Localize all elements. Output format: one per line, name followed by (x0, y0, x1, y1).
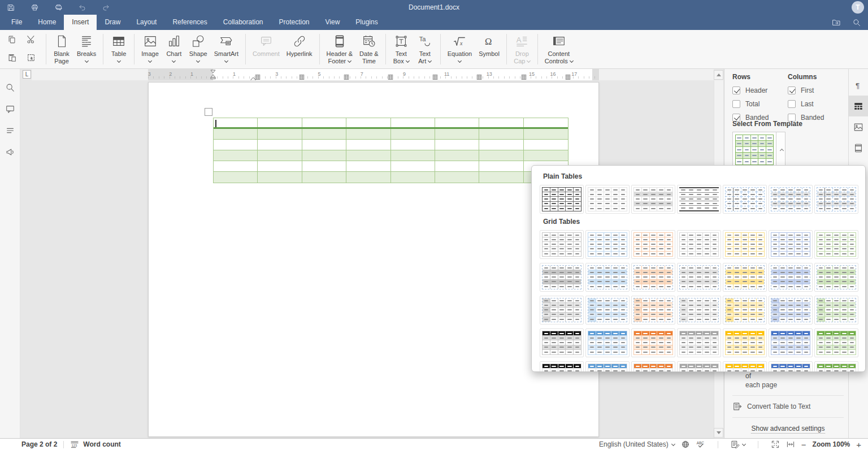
grid-1-gray[interactable] (677, 230, 721, 259)
plain-table-2[interactable] (585, 185, 630, 214)
document-language-button[interactable] (681, 440, 690, 449)
copy-button[interactable] (7, 34, 17, 45)
quick-print-button[interactable] (54, 3, 63, 12)
grid-5-green[interactable] (814, 361, 858, 372)
grid-2-yellow[interactable] (723, 263, 767, 292)
grid-5-dark[interactable] (540, 361, 584, 372)
columns-first[interactable]: First (788, 86, 824, 94)
tab-layout[interactable]: Layout (128, 15, 164, 30)
table-cell[interactable] (302, 172, 346, 183)
grid-1-blue[interactable] (585, 230, 630, 259)
table-cell[interactable] (479, 150, 523, 161)
breaks-button[interactable]: Breaks (73, 32, 99, 65)
table-column-marker[interactable] (388, 72, 393, 77)
fit-to-page-button[interactable] (771, 440, 780, 449)
template-gallery-toggle[interactable] (776, 132, 785, 168)
table-cell[interactable] (258, 140, 302, 150)
table-column-marker[interactable] (344, 72, 349, 77)
grid-3-dark[interactable] (540, 296, 584, 324)
table-cell[interactable] (214, 118, 258, 127)
table-cell[interactable] (214, 172, 258, 183)
undo-button[interactable] (78, 3, 86, 12)
table-move-handle[interactable] (205, 108, 212, 116)
table-cell[interactable] (391, 150, 435, 161)
table-cell[interactable] (524, 140, 568, 150)
tab-file[interactable]: File (3, 15, 30, 30)
table-cell[interactable] (435, 172, 479, 183)
indent-markers[interactable] (210, 70, 216, 80)
grid-3-blue[interactable] (585, 296, 630, 324)
table-column-marker[interactable] (300, 72, 305, 77)
grid-5-gray[interactable] (677, 361, 721, 372)
paste-button[interactable] (7, 53, 17, 63)
table-cell[interactable] (479, 161, 523, 172)
grid-4-yellow[interactable] (723, 328, 767, 357)
table-button[interactable]: Table (107, 32, 131, 65)
equation-button[interactable]: xEquation (444, 32, 475, 65)
table-cell[interactable] (302, 161, 346, 172)
redo-button[interactable] (102, 3, 110, 12)
user-avatar[interactable]: T (852, 1, 864, 14)
tab-protection[interactable]: Protection (271, 15, 318, 30)
table-cell[interactable] (435, 140, 479, 150)
table-cell[interactable] (214, 140, 258, 150)
grid-1-green[interactable] (814, 230, 858, 259)
save-button[interactable] (7, 3, 15, 12)
tab-draw[interactable]: Draw (97, 15, 128, 30)
table-cell[interactable] (258, 118, 302, 127)
table-cell[interactable] (302, 118, 346, 127)
sidebar-search-button[interactable] (0, 77, 20, 98)
table-cell[interactable] (435, 118, 479, 127)
headerfooter-settings-button[interactable] (849, 137, 868, 158)
table-column-marker[interactable] (477, 72, 482, 77)
text-art-button[interactable]: TaTextArt (413, 32, 437, 65)
tab-insert[interactable]: Insert (64, 15, 97, 30)
table-cell[interactable] (258, 161, 302, 172)
table-cell[interactable] (524, 129, 568, 140)
tab-home[interactable]: Home (30, 15, 64, 30)
plain-table-1[interactable] (540, 185, 584, 214)
columns-last-checkbox[interactable] (788, 100, 796, 108)
image-button[interactable]: Image (138, 32, 162, 65)
table-cell[interactable] (435, 161, 479, 172)
table-cell[interactable] (346, 161, 390, 172)
tab-references[interactable]: References (164, 15, 215, 30)
grid-2-green[interactable] (814, 263, 858, 292)
table-cell[interactable] (302, 129, 346, 140)
table-cell[interactable] (346, 150, 390, 161)
cell-indent-marker[interactable] (250, 74, 256, 80)
scroll-up-button[interactable] (714, 70, 723, 80)
convert-table-to-text-button[interactable]: Convert Table to Text (732, 401, 844, 412)
columns-first-checkbox[interactable] (788, 86, 796, 94)
tab-collaboration[interactable]: Collaboration (215, 15, 271, 30)
shape-button[interactable]: Shape (186, 32, 211, 65)
table-cell[interactable] (346, 172, 390, 183)
sidebar-feedback-button[interactable] (0, 141, 20, 163)
table-cell[interactable] (346, 140, 390, 150)
grid-2-blue[interactable] (585, 263, 630, 292)
table-cell[interactable] (302, 140, 346, 150)
table-cell[interactable] (258, 150, 302, 161)
grid-3-navy[interactable] (769, 296, 813, 324)
grid-1-orange[interactable] (631, 230, 675, 259)
table-cell[interactable] (391, 172, 435, 183)
plain-table-4[interactable] (677, 185, 721, 214)
content-controls-button[interactable]: ContentControls (541, 32, 576, 65)
table-column-marker[interactable] (432, 72, 437, 77)
table-cell[interactable] (479, 140, 523, 150)
symbol-button[interactable]: ΩSymbol (475, 32, 503, 58)
table-cell[interactable] (524, 118, 568, 127)
table-column-marker[interactable] (521, 72, 526, 77)
scroll-down-button[interactable] (714, 428, 723, 438)
rows-total-checkbox[interactable] (732, 100, 740, 108)
grid-1-navy[interactable] (769, 230, 813, 259)
grid-1-dark[interactable] (540, 230, 584, 259)
zoom-out-button[interactable]: − (801, 440, 806, 449)
language-selector[interactable]: English (United States) (599, 440, 675, 448)
grid-5-blue[interactable] (585, 361, 630, 372)
grid-5-yellow[interactable] (723, 361, 767, 372)
blank-page-button[interactable]: BlankPage (50, 32, 73, 65)
table-settings-button[interactable] (849, 96, 868, 116)
hyperlink-button[interactable]: Hyperlink (283, 32, 316, 58)
sidebar-navigation-button[interactable] (0, 120, 20, 141)
